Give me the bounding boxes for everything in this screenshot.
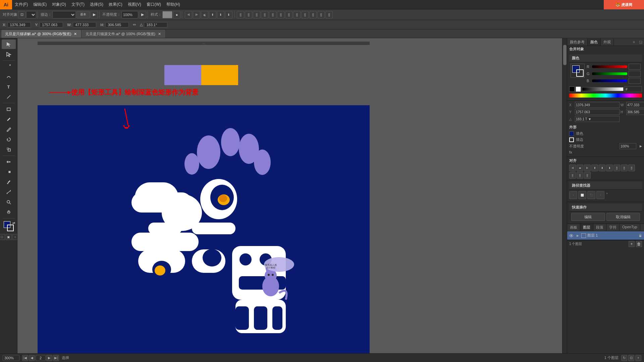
distribute-h5-btn[interactable]: ⣿ bbox=[301, 11, 309, 18]
distribute-h-btn[interactable]: ⣿ bbox=[237, 11, 244, 18]
edit-btn[interactable]: 编辑 bbox=[571, 213, 605, 221]
unite-btn[interactable]: ⬝ bbox=[569, 191, 577, 199]
layer-lock-icon[interactable] bbox=[638, 233, 643, 238]
eyedropper-tool-btn[interactable] bbox=[2, 177, 16, 187]
align-left-edge-btn[interactable]: ⫷ bbox=[569, 165, 576, 171]
scale-tool-btn[interactable] bbox=[2, 145, 16, 154]
line-tool-btn[interactable] bbox=[2, 92, 16, 102]
dist-h2-btn[interactable]: ⣿ bbox=[628, 165, 635, 171]
panel-y-input[interactable] bbox=[575, 109, 620, 115]
curvature-tool-btn[interactable] bbox=[2, 72, 16, 81]
b-slider[interactable] bbox=[592, 79, 627, 82]
panel-menu-btn[interactable]: ≡ bbox=[631, 38, 637, 46]
vertical-scrollbar[interactable] bbox=[562, 38, 567, 353]
dist-h-btn[interactable]: ⣿ bbox=[613, 165, 620, 171]
menu-file[interactable]: 文件(F) bbox=[12, 0, 31, 9]
direct-select-tool-btn[interactable] bbox=[2, 50, 16, 59]
layer-expand-arrow[interactable]: ▶ bbox=[575, 233, 580, 238]
align-bottom-edge-btn[interactable]: ⬇ bbox=[606, 165, 613, 171]
preview-mode-btn[interactable]: ▣ bbox=[6, 234, 12, 240]
stroke-color-box[interactable] bbox=[569, 137, 574, 142]
pen-tool-btn[interactable] bbox=[2, 62, 16, 71]
opentype-tab[interactable]: OpenTyp bbox=[620, 224, 640, 231]
panel-h-input[interactable] bbox=[626, 109, 644, 115]
measure-tool-btn[interactable] bbox=[2, 187, 16, 197]
distribute-v4-btn[interactable]: ⣿ bbox=[293, 11, 301, 18]
align-center-v-btn[interactable]: ⬇ bbox=[217, 11, 224, 18]
menu-select[interactable]: 选择(S) bbox=[87, 0, 106, 9]
menu-view[interactable]: 视图(V) bbox=[125, 0, 144, 9]
zoom-in-btn[interactable]: + bbox=[635, 355, 641, 361]
distribute-v3-btn[interactable]: ⣿ bbox=[277, 11, 284, 18]
add-layer-btn[interactable]: + bbox=[629, 241, 635, 247]
toolbar-btn-1[interactable]: ⊡ bbox=[18, 11, 25, 18]
dist-v-btn[interactable]: ⣿ bbox=[621, 165, 628, 171]
style-preview[interactable] bbox=[162, 11, 172, 18]
opacity-more-btn[interactable]: ▶ bbox=[139, 11, 146, 18]
w-value[interactable]: 477.333 bbox=[73, 22, 96, 27]
dist-h3-btn[interactable]: ⣿ bbox=[577, 172, 583, 179]
angle-value[interactable]: 183.1° bbox=[144, 22, 167, 27]
distribute-h2-btn[interactable]: ⣿ bbox=[253, 11, 260, 18]
opacity-expand-btn[interactable]: ▶ bbox=[640, 144, 642, 148]
intersect-btn[interactable]: ⬛ bbox=[587, 191, 595, 199]
menu-edit[interactable]: 编辑(E) bbox=[31, 0, 49, 9]
r-input[interactable] bbox=[629, 64, 641, 70]
delete-layer-btn[interactable]: 🗑 bbox=[636, 241, 642, 247]
cancel-edit-btn[interactable]: 取消编辑 bbox=[606, 213, 640, 221]
outline-mode-btn[interactable]: ○ bbox=[12, 234, 18, 240]
rotate-tool-btn[interactable] bbox=[2, 135, 16, 144]
menu-text[interactable]: 文字(T) bbox=[69, 0, 87, 9]
hand-tool-btn[interactable] bbox=[2, 207, 16, 217]
black-swatch-btn[interactable] bbox=[569, 86, 575, 92]
menu-window[interactable]: 窗口(W) bbox=[144, 0, 164, 9]
r-slider[interactable] bbox=[592, 65, 627, 68]
style-icon-btn[interactable]: ● bbox=[173, 11, 180, 18]
layer-visibility-eye[interactable] bbox=[569, 233, 574, 238]
exclude-btn[interactable]: ⬞ bbox=[596, 191, 604, 199]
tab-1-close[interactable]: ✕ bbox=[73, 32, 77, 36]
align-top-btn[interactable]: ⬆ bbox=[209, 11, 216, 18]
rect-tool-btn[interactable] bbox=[2, 105, 16, 114]
artboard-tab[interactable]: 画板 bbox=[567, 224, 580, 231]
layer-row-1[interactable]: ▶ 图层 1 bbox=[567, 231, 644, 240]
align-h-center-btn[interactable]: ⬌ bbox=[577, 165, 583, 171]
pencil-tool-btn[interactable] bbox=[2, 125, 16, 134]
distribute-h3-btn[interactable]: ⣿ bbox=[269, 11, 276, 18]
paragraph-tab[interactable]: 段落 bbox=[593, 224, 606, 231]
expand-btn[interactable]: » bbox=[605, 191, 608, 199]
distribute-h6-btn[interactable]: ⣿ bbox=[317, 11, 325, 18]
opacity-field[interactable] bbox=[620, 143, 636, 149]
artboard-input[interactable] bbox=[36, 355, 46, 361]
canvas-area[interactable]: 使用【矩形工具】绘制深蓝色矩形作为背景 bbox=[17, 38, 567, 353]
distribute-v6-btn[interactable]: ⣿ bbox=[325, 11, 333, 18]
dist-v2-btn[interactable]: ⣿ bbox=[569, 172, 576, 179]
align-bottom-btn[interactable]: ⬇ bbox=[225, 11, 232, 18]
tab-1[interactable]: 元旦是只猫讲解.ai* @ 300% (RGB/预览) ✕ bbox=[1, 30, 81, 38]
panel-tab-appearance[interactable]: 外观 bbox=[601, 39, 614, 46]
tab-2-close[interactable]: ✕ bbox=[157, 32, 161, 36]
align-top-edge-btn[interactable]: ⬆ bbox=[591, 165, 598, 171]
zoom-tool-btn[interactable] bbox=[2, 197, 16, 207]
nav-next-btn[interactable]: ▶ bbox=[46, 355, 52, 361]
panel-w-input[interactable] bbox=[626, 102, 644, 108]
hex-input[interactable] bbox=[625, 86, 642, 92]
menu-help[interactable]: 帮助(H) bbox=[164, 0, 183, 9]
nav-first-btn[interactable]: |◀ bbox=[22, 355, 28, 361]
h-value[interactable]: 306.585 bbox=[105, 22, 129, 27]
paintbrush-tool-btn[interactable] bbox=[2, 115, 16, 124]
stroke-swatch[interactable] bbox=[7, 225, 14, 231]
distribute-v-btn[interactable]: ⣿ bbox=[245, 11, 252, 18]
g-slider[interactable] bbox=[592, 72, 627, 75]
panel-expand-btn[interactable]: ◲ bbox=[637, 38, 644, 46]
y-value[interactable]: 1757.063 bbox=[40, 22, 63, 27]
swap-colors-icon[interactable]: ⇄ bbox=[12, 221, 15, 225]
panel-tab-color[interactable]: 颜色 bbox=[588, 39, 601, 46]
layers-tab[interactable]: 图层 bbox=[580, 224, 593, 231]
distribute-v2-btn[interactable]: ⣿ bbox=[261, 11, 268, 18]
minus-front-btn[interactable]: ⬜ bbox=[578, 191, 586, 199]
panel-x-input[interactable] bbox=[575, 102, 620, 108]
opacity-input[interactable] bbox=[121, 11, 138, 18]
color-spectrum-bar[interactable] bbox=[569, 94, 642, 98]
blend-tool-btn[interactable] bbox=[2, 157, 16, 167]
